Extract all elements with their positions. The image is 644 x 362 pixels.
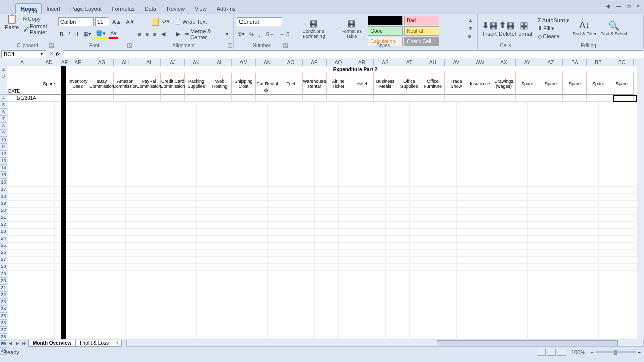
data-cell[interactable] [421, 95, 445, 101]
row-header[interactable]: 2 [0, 66, 7, 73]
font-dialog-launcher[interactable]: ⤡ [127, 43, 132, 48]
clipboard-dialog-launcher[interactable]: ⤡ [49, 43, 54, 48]
column-header-cell[interactable]: eBay Commission [90, 73, 114, 95]
col-header[interactable]: A [7, 59, 37, 66]
tab-review[interactable]: Review [162, 4, 190, 14]
column-header-cell[interactable]: Spare [516, 73, 539, 95]
col-header[interactable]: BC [610, 59, 634, 66]
fill-button[interactable]: ⬇ Fill ▾ [536, 25, 571, 32]
select-all-corner[interactable] [0, 59, 7, 66]
style-good[interactable]: Good [368, 26, 403, 36]
horizontal-scrollbar[interactable] [126, 340, 644, 347]
view-normal-icon[interactable] [537, 349, 546, 356]
col-header[interactable]: AE [61, 59, 66, 66]
font-name-input[interactable] [58, 17, 94, 26]
zoom-slider[interactable] [596, 351, 636, 353]
sheet-tab-month-overview[interactable]: Month Overview [28, 340, 76, 347]
col-header[interactable]: AQ [327, 59, 350, 66]
number-dialog-launcher[interactable]: ⤡ [283, 43, 288, 48]
autosum-button[interactable]: Σ AutoSum ▾ [536, 17, 571, 24]
font-color-button[interactable]: A▾ [109, 30, 118, 39]
indent-increase-icon[interactable]: ≡▶ [172, 30, 182, 38]
column-header-cell[interactable]: Packing Supplies [185, 73, 208, 95]
increase-font-icon[interactable]: A▲ [111, 18, 123, 25]
align-right-icon[interactable]: ≡ [152, 31, 158, 38]
column-header-cell[interactable]: DATE [7, 73, 37, 95]
data-cell[interactable] [66, 95, 90, 101]
col-header[interactable]: AT [397, 59, 421, 66]
currency-icon[interactable]: $▾ [237, 30, 246, 38]
align-middle-icon[interactable]: ≡ [144, 18, 150, 25]
column-header-cell[interactable]: Inventory Used [66, 73, 90, 95]
data-cell[interactable] [445, 95, 468, 101]
row-header[interactable]: 8 [0, 123, 7, 130]
increase-decimal-icon[interactable]: .0→ [263, 31, 276, 38]
row-header[interactable]: 40 [0, 348, 7, 355]
tab-formulas[interactable]: Formulas [107, 4, 140, 14]
align-bottom-icon[interactable]: ≡ [152, 18, 159, 26]
data-cell[interactable]: 1/1/2014 [7, 95, 37, 101]
zoom-out-icon[interactable]: − [590, 349, 593, 355]
fx-icon[interactable]: fx [56, 51, 60, 57]
data-cell[interactable] [539, 95, 563, 101]
column-header-cell[interactable]: Spare [539, 73, 563, 95]
column-header-cell[interactable]: Spare [610, 73, 634, 95]
styles-more-icon[interactable]: ≡ [468, 33, 473, 39]
data-cell[interactable] [37, 95, 61, 101]
paste-button[interactable]: 📋Paste [3, 12, 20, 31]
row-header[interactable]: 37 [0, 327, 7, 334]
row-header[interactable]: 21 [0, 214, 7, 221]
find-select-button[interactable]: 🔍Find & Select [599, 19, 630, 37]
maximize-icon[interactable]: ▭ [625, 2, 632, 9]
close-icon[interactable]: ✕ [635, 2, 642, 9]
row-header[interactable]: 39 [0, 341, 7, 348]
format-as-table-button[interactable]: ▦Format as Table [336, 15, 367, 41]
alignment-dialog-launcher[interactable]: ⤡ [228, 43, 232, 48]
indent-decrease-icon[interactable]: ◀≡ [159, 30, 170, 38]
vertical-scrollbar[interactable] [637, 62, 644, 344]
sheet-nav-last-icon[interactable]: ⏭ [21, 341, 28, 346]
align-top-icon[interactable]: ≡ [136, 18, 142, 25]
column-header-cell[interactable]: Office Supplies [397, 73, 421, 95]
column-header-cell[interactable]: Car Rental [256, 73, 279, 95]
data-cell[interactable] [374, 95, 397, 101]
format-painter-button[interactable]: 🖌 Format Painter [22, 23, 52, 36]
data-cell[interactable] [397, 95, 421, 101]
data-cell[interactable] [232, 95, 256, 101]
sheet-nav-prev-icon[interactable]: ◀ [7, 341, 14, 346]
zoom-in-icon[interactable]: + [638, 349, 641, 355]
col-header[interactable]: AL [208, 59, 232, 66]
col-header[interactable]: AO [279, 59, 303, 66]
data-cell[interactable] [563, 95, 587, 101]
column-header-cell[interactable]: Trade Show [445, 73, 468, 95]
row-header[interactable]: 24 [0, 235, 7, 242]
data-cell[interactable] [350, 95, 374, 101]
copy-button[interactable]: ⎘ Copy [22, 15, 52, 22]
row-header[interactable]: 15 [0, 172, 7, 179]
fill-color-button[interactable]: 🪣▾ [94, 30, 107, 39]
comma-icon[interactable]: , [257, 31, 262, 38]
formula-input[interactable] [63, 50, 643, 58]
column-header-cell[interactable]: Office Furniture [421, 73, 445, 95]
view-page-break-icon[interactable] [557, 349, 566, 356]
col-header[interactable]: AS [374, 59, 397, 66]
row-header[interactable]: 12 [0, 151, 7, 158]
col-header[interactable]: AH [114, 59, 137, 66]
row-header[interactable]: 20 [0, 207, 7, 214]
data-cell[interactable] [587, 95, 610, 101]
column-header-cell[interactable]: Insurance [468, 73, 492, 95]
col-header[interactable]: AY [516, 59, 539, 66]
wrap-text-button[interactable]: 📄 Wrap Text [173, 18, 208, 25]
column-header-cell[interactable]: Spare [37, 73, 61, 95]
format-cells-button[interactable]: ▦Format [515, 15, 532, 41]
column-header-cell[interactable]: Spare [587, 73, 610, 95]
data-cell[interactable] [279, 95, 303, 101]
row-header[interactable]: 22 [0, 221, 7, 228]
align-center-icon[interactable]: ≡ [144, 31, 150, 38]
col-header[interactable]: AI [137, 59, 161, 66]
styles-scroll-up-icon[interactable]: ▲ [468, 17, 473, 23]
row-header[interactable]: 7 [0, 116, 7, 123]
row-header[interactable]: 29 [0, 270, 7, 278]
data-cell[interactable] [208, 95, 232, 101]
column-header-cell[interactable]: Warehouse Rental [303, 73, 327, 95]
